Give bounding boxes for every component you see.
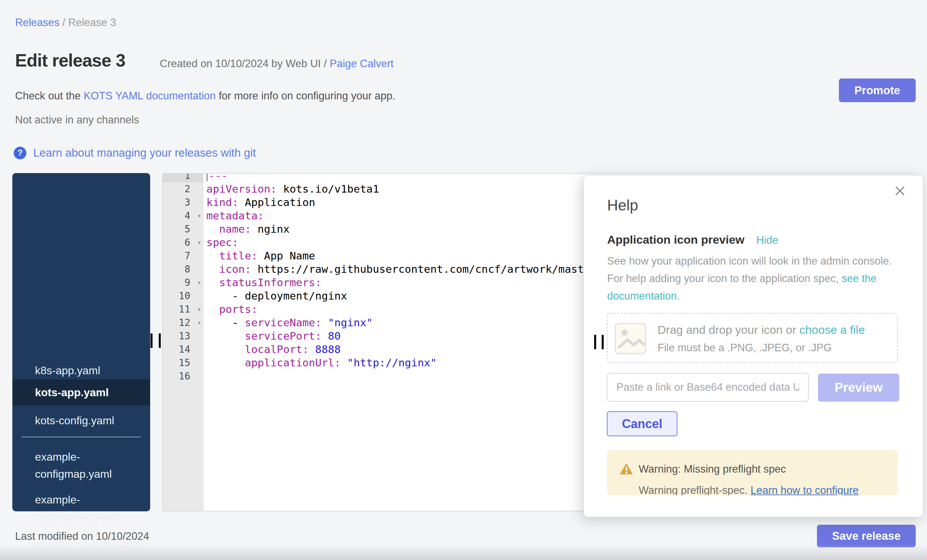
breadcrumb-current: Release 3 [68,17,116,29]
line-number: 16 [163,369,203,383]
cancel-button[interactable]: Cancel [607,411,678,436]
line-number: 6▾ [163,236,203,249]
text-cursor [207,173,208,181]
docs-prefix: Check out the [15,90,84,102]
git-help-row: ? Learn about managing your releases wit… [14,146,256,160]
sidebar-resize-handle-bar[interactable] [159,334,161,348]
last-modified-text: Last modified on 10/10/2024 [15,530,149,543]
icon-preview-section-header: Application icon preview Hide [607,233,778,246]
channel-status: Not active in any channels [15,114,139,126]
warning-detail: Warning preflight-spec. Learn how to con… [639,484,859,495]
help-panel-title: Help [607,197,638,214]
choose-file-link[interactable]: choose a file [799,323,865,336]
fold-arrow-icon[interactable]: ▾ [198,303,201,316]
breadcrumb-releases-link[interactable]: Releases [15,17,59,29]
fold-arrow-icon[interactable]: ▾ [198,276,201,289]
line-number: 8 [163,263,203,276]
line-number: 9▾ [163,276,203,289]
line-number: 14 [163,343,203,356]
fold-arrow-icon[interactable]: ▾ [198,209,201,222]
line-number: 3 [163,196,203,209]
line-number: 10 [163,289,203,303]
warning-detail-text: Warning preflight-spec. [639,484,751,495]
dropzone-text: Drag and drop your icon or [658,323,799,336]
sidebar-item-example-configmap[interactable]: example-configmap.yaml [35,448,148,483]
preview-button[interactable]: Preview [818,373,899,402]
docs-suffix: for more info on configuring your app. [216,90,395,102]
editor-resize-handle-bar[interactable] [602,335,604,349]
breadcrumb-separator: / [59,17,68,29]
file-tree-sidebar: k8s-app.yaml kots-app.yaml kots-config.y… [12,173,150,511]
promote-button[interactable]: Promote [839,79,916,102]
sidebar-divider [21,437,141,437]
sidebar-item-k8s-app[interactable]: k8s-app.yaml [35,362,148,379]
line-number: 11▾ [163,303,203,316]
editor-resize-handle-bar[interactable] [594,335,596,349]
line-number: 15 [163,356,203,369]
close-icon[interactable] [894,185,906,197]
icon-dropzone[interactable]: Drag and drop your icon or choose a file… [607,313,898,363]
description-period: . [677,290,680,302]
breadcrumb: Releases / Release 3 [15,17,116,29]
question-icon: ? [14,147,26,159]
release-created-meta: Created on 10/10/2024 by Web UI / Paige … [160,58,394,70]
line-number: 2 [163,182,203,196]
kots-yaml-docs-link[interactable]: KOTS YAML documentation [84,90,216,102]
git-releases-link[interactable]: Learn about managing your releases with … [33,146,256,159]
warning-title: Warning: Missing preflight spec [639,463,786,475]
created-by-link[interactable]: Paige Calvert [330,58,394,70]
sidebar-item-kots-app[interactable]: kots-app.yaml [35,384,148,401]
line-number: 12▾ [163,316,203,329]
save-release-button[interactable]: Save release [817,525,916,547]
icon-preview-description: See how your application icon will look … [607,252,899,305]
sidebar-resize-handle-bar[interactable] [150,334,153,348]
line-number: 5 [163,222,203,236]
sidebar-item-example-deployment[interactable]: example-deployment.yaml [35,491,148,525]
fold-arrow-icon[interactable]: ▾ [198,236,201,249]
sidebar-item-kots-config[interactable]: kots-config.yaml [35,412,148,429]
warning-triangle-icon [619,462,634,475]
line-number: 4▾ [163,209,203,222]
hide-link[interactable]: Hide [756,234,778,246]
icon-preview-title: Application icon preview [607,233,745,246]
page-title: Edit release 3 [15,50,125,71]
help-panel: Help Application icon preview Hide See h… [584,175,923,517]
line-number: 1 [163,173,203,182]
fold-arrow-icon[interactable]: ▾ [198,316,201,329]
dropzone-file-hint: File must be a .PNG, .JPEG, or .JPG [658,342,832,354]
image-placeholder-icon [614,322,647,355]
dropzone-instruction: Drag and drop your icon or choose a file [658,323,865,337]
preflight-warning-box: Warning: Missing preflight spec Warning … [607,450,898,495]
line-number: 13 [163,329,203,343]
created-text: Created on 10/10/2024 by Web UI / [160,58,330,70]
icon-url-input[interactable] [607,373,809,402]
learn-configure-link[interactable]: Learn how to configure [751,484,859,495]
line-number: 7 [163,249,203,263]
docs-helper-line: Check out the KOTS YAML documentation fo… [15,90,395,102]
